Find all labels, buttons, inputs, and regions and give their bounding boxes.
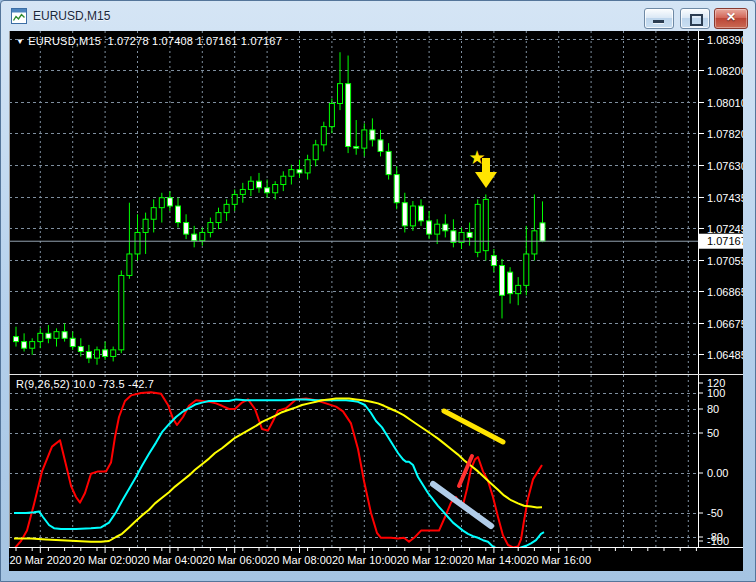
candle bbox=[46, 333, 51, 338]
candle bbox=[265, 188, 270, 193]
candle bbox=[176, 206, 181, 223]
candle bbox=[346, 84, 351, 147]
candle bbox=[508, 272, 513, 293]
time-axis-label: 20 Mar 12:00 bbox=[397, 554, 462, 566]
window-title: EURUSD,M15 bbox=[33, 9, 110, 23]
price-axis-label: 1.07820 bbox=[707, 128, 743, 140]
candle bbox=[14, 337, 19, 342]
candle bbox=[321, 127, 326, 145]
minimize-icon bbox=[653, 20, 664, 23]
candle bbox=[30, 342, 35, 349]
price-axis-label: 1.06485 bbox=[707, 349, 743, 361]
indicator-scale-label: 100 bbox=[707, 387, 725, 399]
time-axis-label: 20 Mar 04:00 bbox=[137, 554, 202, 566]
time-axis-label: 20 Mar 06:00 bbox=[202, 554, 267, 566]
candle bbox=[435, 224, 440, 234]
time-axis-label: 20 Mar 14:00 bbox=[461, 554, 526, 566]
candle bbox=[38, 333, 43, 341]
candle bbox=[297, 170, 302, 173]
terminal-chart-window: EURUSD,M15 ✕ 1.083901.082001.080101.0782… bbox=[0, 0, 756, 582]
price-axis-label: 1.08010 bbox=[707, 97, 743, 109]
candle bbox=[370, 130, 375, 140]
candle bbox=[483, 199, 488, 250]
candle bbox=[362, 130, 367, 148]
price-chart-pane[interactable]: 1.083901.082001.080101.078201.076301.074… bbox=[9, 31, 743, 374]
current-price-value: 1.07167 bbox=[707, 235, 743, 247]
candle bbox=[467, 232, 472, 237]
time-axis-label: 20 Mar 02:00 bbox=[73, 554, 138, 566]
candle bbox=[135, 232, 140, 253]
indicator-scale-label: -100 bbox=[707, 535, 729, 547]
time-axis-label: 20 Mar 16:00 bbox=[526, 554, 591, 566]
candle bbox=[159, 198, 164, 208]
candle bbox=[427, 221, 432, 234]
candle bbox=[402, 203, 407, 226]
close-icon: ✕ bbox=[715, 10, 747, 24]
candle bbox=[524, 254, 529, 285]
candle bbox=[386, 151, 391, 174]
candle bbox=[491, 256, 496, 266]
candle bbox=[184, 223, 189, 235]
candle bbox=[200, 232, 205, 240]
price-axis-label: 1.08390 bbox=[707, 34, 743, 46]
candle bbox=[62, 332, 67, 339]
time-axis-label: 20 Mar 10:00 bbox=[332, 554, 397, 566]
candle bbox=[540, 223, 545, 241]
candle bbox=[151, 208, 156, 220]
candle bbox=[127, 254, 132, 275]
candle bbox=[273, 185, 278, 193]
candle bbox=[143, 219, 148, 232]
candle bbox=[192, 234, 197, 241]
close-button[interactable]: ✕ bbox=[714, 8, 748, 29]
chart-client-area: 1.083901.082001.080101.078201.076301.074… bbox=[9, 31, 743, 571]
candle bbox=[329, 103, 334, 126]
title-bar[interactable]: EURUSD,M15 ✕ bbox=[1, 1, 755, 31]
candle bbox=[167, 198, 172, 206]
price-axis-label: 1.06865 bbox=[707, 286, 743, 298]
candle bbox=[232, 194, 237, 204]
candle bbox=[111, 350, 116, 357]
candle bbox=[443, 224, 448, 231]
chart-icon bbox=[11, 8, 27, 24]
minimize-button[interactable] bbox=[644, 8, 674, 29]
time-axis[interactable]: 20 Mar 202020 Mar 02:0020 Mar 04:0020 Ma… bbox=[9, 548, 743, 571]
time-axis-label: 20 Mar 2020 bbox=[9, 554, 71, 566]
candle bbox=[289, 170, 294, 177]
candle bbox=[86, 352, 91, 359]
time-axis-label: 20 Mar 08:00 bbox=[267, 554, 332, 566]
candle bbox=[119, 275, 124, 349]
candle bbox=[95, 350, 100, 358]
restore-icon bbox=[690, 14, 703, 26]
candle bbox=[305, 160, 310, 173]
candle bbox=[354, 146, 359, 148]
candle bbox=[313, 145, 318, 160]
candle bbox=[78, 347, 83, 352]
candle bbox=[22, 342, 27, 349]
candle bbox=[224, 204, 229, 212]
candle bbox=[419, 206, 424, 221]
price-axis-label: 1.07245 bbox=[707, 223, 743, 235]
candle bbox=[70, 338, 75, 346]
indicator-scale-label: -50 bbox=[707, 507, 723, 519]
candle bbox=[500, 266, 505, 296]
candle bbox=[54, 332, 59, 339]
candle bbox=[240, 189, 245, 194]
candle bbox=[216, 213, 221, 223]
restore-button[interactable] bbox=[680, 8, 710, 29]
price-axis-label: 1.07630 bbox=[707, 160, 743, 172]
candle bbox=[338, 84, 343, 104]
candle bbox=[248, 181, 253, 189]
price-axis-label: 1.08200 bbox=[707, 65, 743, 77]
candle bbox=[451, 231, 456, 243]
candle bbox=[257, 181, 262, 188]
candle bbox=[281, 176, 286, 184]
price-axis-label: 1.06675 bbox=[707, 318, 743, 330]
candle bbox=[394, 175, 399, 203]
candle bbox=[103, 350, 108, 357]
candle bbox=[208, 223, 213, 233]
candle bbox=[475, 204, 480, 252]
indicator-pane[interactable]: 12010080500.00-50-80-100 bbox=[9, 375, 743, 547]
candle bbox=[410, 206, 415, 226]
indicator-scale-label: 50 bbox=[707, 427, 719, 439]
indicator-scale-label: 0.00 bbox=[707, 467, 728, 479]
